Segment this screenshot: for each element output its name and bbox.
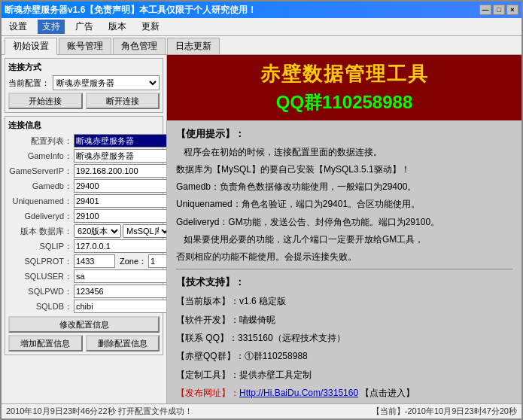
connect-section-title: 连接方式 [8, 62, 160, 73]
statusbar: 2010年10月9日23时46分22秒 打开配置文件成功！ 【当前】-2010年… [2, 403, 521, 418]
field-sqlpwd: SQLPWD： [8, 284, 160, 299]
add-config-button[interactable]: 增加配置信息 [8, 335, 83, 352]
tech-title: 【技术支持】： [176, 274, 512, 291]
config-row: 当前配置： 断魂赤壁服务器 [8, 75, 160, 90]
connect-buttons: 开始连接 断开连接 [8, 93, 160, 109]
input-sqluser[interactable] [74, 269, 167, 283]
connect-section: 连接方式 当前配置： 断魂赤壁服务器 开始连接 断开连接 [5, 58, 163, 113]
field-sqluser: SQLUSER： [8, 269, 160, 284]
label-version: 版本 数据库： [8, 226, 72, 237]
tech-1: 【当前版本】：v1.6 稳定版 [176, 294, 512, 309]
label-sqlprot: SQLPROT： [8, 256, 72, 267]
tab-account[interactable]: 账号管理 [59, 38, 111, 54]
tip-5: Gdeliveryd：GM功能，发送公告、封停角色功能。端口为29100。 [176, 215, 512, 230]
input-sqldb[interactable] [74, 300, 167, 313]
tab-role[interactable]: 角色管理 [113, 38, 166, 54]
right-qq: QQ群110258988 [173, 90, 515, 114]
menu-update[interactable]: 更新 [137, 20, 164, 34]
tab-init[interactable]: 初始设置 [5, 38, 57, 55]
field-sqlprot: SQLPROT： Zone： [8, 254, 160, 269]
field-config-list: 配置列表： [8, 133, 160, 148]
title-bar: 断魂赤壁服务器v1.6【免责声明】本工具仅限于个人研究使用！ — □ × [2, 2, 521, 18]
tip-4: Uniquenamed：角色名验证，端口为29401。合区功能使用。 [176, 197, 512, 212]
tips-title: 【使用提示】： [176, 126, 512, 142]
field-gameserverip: GameServerIP： [8, 163, 160, 178]
close-button[interactable]: × [506, 5, 518, 15]
tech-4: 【赤壁QQ群】：①群110258988 [176, 348, 512, 364]
input-gameinfo[interactable] [74, 149, 167, 163]
input-gameserverip[interactable] [74, 164, 167, 178]
label-config: 配置列表： [8, 135, 72, 147]
tech-5: 【定制工具】：提供赤壁工具定制 [176, 367, 512, 382]
disconnect-button[interactable]: 断开连接 [86, 93, 160, 109]
main-window: 断魂赤壁服务器v1.6【免责声明】本工具仅限于个人研究使用！ — □ × 设置 … [0, 0, 523, 420]
input-config-list[interactable] [74, 134, 167, 148]
main-content: 连接方式 当前配置： 断魂赤壁服务器 开始连接 断开连接 连接信息 配置列表： [2, 55, 521, 403]
label-uniquenamed: Uniquenamed： [8, 196, 72, 207]
delete-config-button[interactable]: 删除配置信息 [86, 335, 160, 352]
config-select[interactable]: 断魂赤壁服务器 [53, 75, 160, 90]
minimize-button[interactable]: — [479, 5, 491, 15]
label-sqluser: SQLUSER： [8, 271, 72, 282]
input-sqlpwd[interactable] [74, 285, 167, 298]
label-gameinfo: GameInfo： [8, 151, 72, 162]
label-sqlip: SQLIP： [8, 241, 72, 252]
label-sqldb: SQLDB： [8, 301, 72, 312]
tip-6: 如果要使用必要的功能，这几个端口一定要开放给GM工具， [176, 233, 512, 247]
tech-6: 【发布网址】：Http://Hi.BaiDu.Com/3315160 【点击进入… [176, 385, 512, 400]
input-sqlprot[interactable] [74, 254, 115, 268]
tip-1: 程序会在初始的时候，连接配置里面的数据连接。 [176, 145, 512, 160]
connect-button[interactable]: 开始连接 [8, 93, 83, 109]
tab-log[interactable]: 日志更新 [167, 38, 220, 54]
db-select[interactable]: MsSQL库 [123, 224, 167, 238]
menubar: 设置 支持 广告 版本 更新 [2, 18, 521, 36]
info-section: 连接信息 配置列表： GameInfo： GameServerIP： Gamed… [5, 116, 163, 355]
field-sqldb: SQLDB： [8, 299, 160, 314]
field-gdeliveryd: Gdeliveryd： [8, 208, 160, 224]
status-left: 2010年10月9日23时46分22秒 打开配置文件成功！ [6, 406, 193, 417]
tip-2: 数据库为【MySQL】的要自己安装【MySQL3.5.1驱动】！ [176, 163, 512, 177]
label-gamedb: Gamedb： [8, 181, 72, 192]
modify-config-button[interactable]: 修改配置信息 [8, 316, 160, 333]
field-sqlip: SQLIP： [8, 239, 160, 254]
input-gdeliveryd[interactable] [74, 209, 167, 223]
menu-version[interactable]: 版本 [104, 20, 131, 34]
maximize-button[interactable]: □ [493, 5, 505, 15]
info-title: 连接信息 [8, 120, 160, 131]
input-uniquenamed[interactable] [74, 194, 167, 208]
input-sqlip[interactable] [74, 239, 167, 253]
label-gdeliveryd: Gdeliveryd： [8, 211, 72, 222]
version-select[interactable]: 620版本 [74, 224, 121, 238]
field-uniquenamed: Uniquenamed： [8, 193, 160, 208]
label-gameserverip: GameServerIP： [8, 166, 72, 177]
tech-site-label: 【发布网址】： [176, 388, 239, 398]
menu-support[interactable]: 支持 [38, 20, 65, 34]
tip-3: Gamedb：负责角色数据修改功能使用，一般端口为29400。 [176, 180, 512, 194]
menu-settings[interactable]: 设置 [5, 20, 32, 34]
config-label: 当前配置： [8, 78, 50, 89]
status-right: 【当前】-2010年10月9日23时47分20秒 [372, 406, 517, 417]
left-panel: 连接方式 当前配置： 断魂赤壁服务器 开始连接 断开连接 连接信息 配置列表： [2, 55, 167, 403]
menu-ads[interactable]: 广告 [71, 20, 98, 34]
field-gamedb: Gamedb： [8, 178, 160, 193]
input-gamedb[interactable] [74, 179, 167, 193]
divider [176, 269, 512, 269]
right-title: 赤壁数据管理工具 [173, 61, 515, 87]
field-version: 版本 数据库： 620版本 MsSQL库 [8, 224, 160, 239]
window-controls: — □ × [479, 5, 518, 15]
tech-3: 【联系 QQ】：3315160（远程技术支持） [176, 330, 512, 345]
right-panel: 赤壁数据管理工具 QQ群110258988 【使用提示】： 程序会在初始的时候，… [167, 55, 521, 403]
window-title: 断魂赤壁服务器v1.6【免责声明】本工具仅限于个人研究使用！ [5, 4, 257, 17]
right-content: 【使用提示】： 程序会在初始的时候，连接配置里面的数据连接。 数据库为【MySQ… [167, 120, 521, 403]
tech-section: 【技术支持】： 【当前版本】：v1.6 稳定版 【软件开发】：喵蝶倚昵 【联系 … [176, 274, 512, 400]
tech-click: 【点击进入】 [358, 388, 415, 398]
input-zone[interactable] [148, 254, 167, 268]
tab-bar: 初始设置 账号管理 角色管理 日志更新 [2, 36, 521, 55]
zone-label: Zone： [120, 256, 147, 267]
tech-2: 【软件开发】：喵蝶倚昵 [176, 312, 512, 327]
add-delete-row: 增加配置信息 删除配置信息 [8, 335, 160, 352]
field-gameinfo: GameInfo： [8, 148, 160, 163]
tip-7: 否则相应的功能不能使用。会提示连接失败。 [176, 250, 512, 264]
right-header: 赤壁数据管理工具 QQ群110258988 [167, 55, 521, 120]
tech-site-link[interactable]: Http://Hi.BaiDu.Com/3315160 [239, 388, 358, 398]
